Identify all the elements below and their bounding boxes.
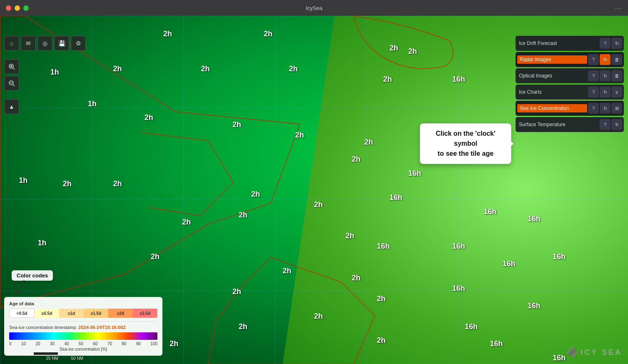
color-codes-arrow <box>16 280 41 297</box>
concentration-unit: Sea-ice concentration [%] <box>9 347 157 352</box>
layer-surface-temp-refresh[interactable]: ↻ <box>611 119 622 130</box>
layer-surface-temp-label: Surface Temperature <box>517 122 599 127</box>
logo-text: ICY SEA <box>581 348 622 357</box>
layer-surface-temp: Surface Temperature ? ↻ <box>516 117 624 132</box>
layer-ice-drift-refresh[interactable]: ↻ <box>611 38 622 49</box>
concentration-labels: 0 10 20 30 40 50 60 70 80 90 100 <box>9 342 157 346</box>
layer-ice-charts-help[interactable]: ? <box>588 87 599 97</box>
age-seg-1: ≥0.5d <box>35 309 59 318</box>
layer-radar-refresh[interactable]: ↻ <box>600 54 611 65</box>
layer-ice-charts-label: Ice Charts <box>517 89 587 95</box>
layer-optical-help[interactable]: ? <box>588 70 599 81</box>
left-toolbar: ⌂ ✉ ◎ 💾 ⚙ ▲ <box>4 36 86 114</box>
svg-line-7 <box>13 85 15 86</box>
layer-sea-ice-special[interactable]: ⊞ <box>611 103 622 114</box>
timestamp-row: Sea-ice concentration timestamp: 2024-06… <box>9 325 157 330</box>
layer-ice-charts: Ice Charts ? ↻ ∨ <box>516 85 624 100</box>
layer-surface-temp-help[interactable]: ? <box>600 119 611 130</box>
scale-labels: 25 NM 50 NM <box>33 356 83 361</box>
settings-button[interactable]: ⚙ <box>71 36 86 51</box>
age-color-bar: <0.5d ≥0.5d ≥1d ≥1.5d ≥2d ≥2.5d <box>9 309 157 318</box>
layer-sea-ice-refresh[interactable]: ↻ <box>600 103 611 114</box>
zoom-in-button[interactable] <box>4 59 19 74</box>
layer-ice-charts-refresh[interactable]: ↻ <box>600 87 611 97</box>
layer-sea-ice-conc-label: Sea Ice Concentration <box>517 104 587 112</box>
layer-optical-delete[interactable]: 🗑 <box>611 70 622 81</box>
scale-bar: 25 NM 50 NM <box>33 352 83 361</box>
scale-seg-1 <box>33 352 58 355</box>
tooltip-text: Click on the 'clock' symbolto see the ti… <box>436 130 496 157</box>
age-seg-5: ≥2.5d <box>133 309 157 318</box>
map-container[interactable]: 2h2h2h2h1h2h2h2h2h16h1h2h2h2h2h16h2h16h1… <box>0 16 628 364</box>
legend-panel: Age of data <0.5d ≥0.5d ≥1d ≥1.5d ≥2d ≥2… <box>4 297 162 356</box>
svg-marker-10 <box>16 290 20 294</box>
navigate-button[interactable]: ▲ <box>4 99 19 114</box>
layer-sea-ice-conc: Sea Ice Concentration ? ↻ ⊞ <box>516 101 624 116</box>
app-title: IcySea <box>306 5 322 11</box>
age-seg-3: ≥1.5d <box>84 309 108 318</box>
age-seg-0: <0.5d <box>9 309 35 318</box>
age-legend-title: Age of data <box>9 301 157 306</box>
email-button[interactable]: ✉ <box>21 36 36 51</box>
maximize-button[interactable] <box>23 5 29 11</box>
logo-diamond-icon <box>566 347 578 358</box>
icysea-logo: ICY SEA <box>566 347 622 358</box>
svg-line-3 <box>13 68 15 70</box>
color-codes-label: Color codes <box>12 270 53 281</box>
layer-radar-help[interactable]: ? <box>588 54 599 65</box>
save-button[interactable]: 💾 <box>54 36 69 51</box>
layers-panel: Ice Drift Forecast ? ↻ Radar Images ? ↻ … <box>516 36 624 132</box>
layer-optical-images: Optical Images ? ↻ 🗑 <box>516 68 624 83</box>
layer-sea-ice-help[interactable]: ? <box>588 103 599 114</box>
layer-radar-delete[interactable]: 🗑 <box>611 54 622 65</box>
layer-ice-drift-help[interactable]: ? <box>600 38 611 49</box>
layer-optical-refresh[interactable]: ↻ <box>600 70 611 81</box>
home-button[interactable]: ⌂ <box>4 36 19 51</box>
age-seg-4: ≥2d <box>108 309 133 318</box>
age-seg-2: ≥1d <box>59 309 84 318</box>
traffic-lights <box>6 5 29 11</box>
scale-seg-2 <box>58 352 83 355</box>
close-button[interactable] <box>6 5 11 11</box>
timestamp-value: 2024-06-24T10:16:00Z <box>78 325 126 330</box>
location-button[interactable]: ◎ <box>37 36 52 51</box>
layer-ice-charts-chevron[interactable]: ∨ <box>611 87 622 97</box>
more-options-icon[interactable]: ⋯ <box>615 3 622 12</box>
layer-radar-images-label: Radar Images <box>517 55 587 64</box>
zoom-out-button[interactable] <box>4 76 19 91</box>
layer-ice-drift-label: Ice Drift Forecast <box>517 40 599 46</box>
titlebar: IcySea ⋯ <box>0 0 628 16</box>
layer-ice-drift: Ice Drift Forecast ? ↻ <box>516 36 624 51</box>
clock-tooltip: Click on the 'clock' symbolto see the ti… <box>420 123 511 164</box>
minimize-button[interactable] <box>15 5 20 11</box>
layer-optical-images-label: Optical Images <box>517 73 587 79</box>
layer-radar-images: Radar Images ? ↻ 🗑 <box>516 52 624 67</box>
concentration-bar <box>9 332 157 340</box>
